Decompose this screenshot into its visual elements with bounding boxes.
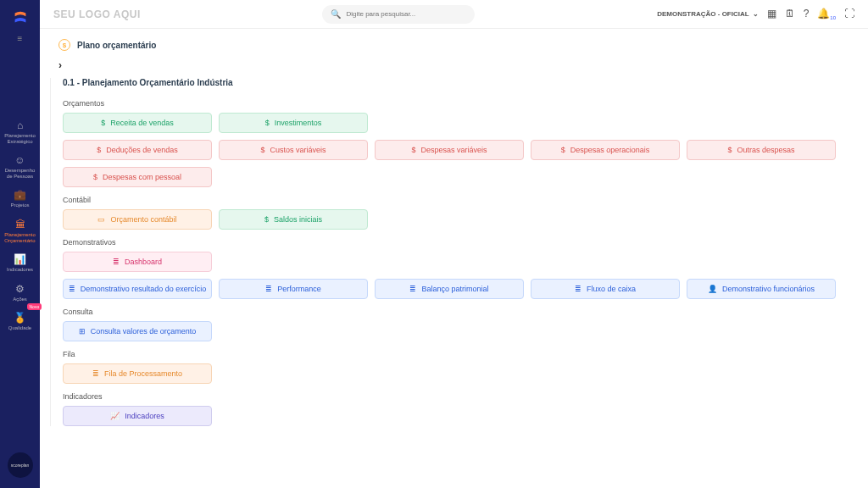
page-badge-icon: $ [58,39,70,51]
chip-balanco-patrimonial[interactable]: ≣Balanço patrimonial [375,279,524,299]
chip-indicadores[interactable]: 📈Indicadores [63,406,212,426]
bank-icon: 🏛 [2,219,38,230]
group-label-indicadores: Indicadores [63,392,849,401]
bell-icon[interactable]: 🔔10 [817,8,836,20]
collapse-toggle[interactable]: › [58,59,849,71]
sidebar-item-acoes[interactable]: ⚙Ações [0,278,40,308]
chip-demonstrativo-funcionarios[interactable]: 👤Demonstrativo funcionários [687,279,836,299]
dollar-icon: $ [727,146,732,154]
group-label-orcamentos: Orçamentos [63,99,849,108]
chart-icon: 📊 [2,253,38,265]
chart-line-icon: 📈 [110,412,120,420]
context-dropdown[interactable]: DEMONSTRAÇÃO - OFICIAL⌄ [657,10,758,18]
chip-despesas-operacionais[interactable]: $Despesas operacionais [531,140,680,160]
new-badge: Novo [27,303,42,310]
header-logo-text: SEU LOGO AQUI [53,8,141,20]
chip-orcamento-contabil[interactable]: ▭Orçamento contábil [63,209,212,230]
section-title: 0.1 - Planejamento Orçamentário Indústri… [63,78,849,87]
header: SEU LOGO AQUI 🔍 DEMONSTRAÇÃO - OFICIAL⌄ … [40,0,868,29]
dollar-icon: $ [265,119,270,127]
notification-count: 10 [830,15,836,20]
ledger-icon: ▭ [97,215,105,224]
chip-fluxo-caixa[interactable]: ≣Fluxo de caixa [531,279,680,299]
sidebar-item-qualidade[interactable]: Novo🏅Qualidade [0,307,40,336]
sidebar-item-planejamento-estrategico[interactable]: ⌂Planejamento Estratégico [0,114,40,149]
sidebar-toggle-icon[interactable]: ≡ [0,30,40,47]
people-icon: ☺ [2,154,38,166]
list-icon: ≣ [113,258,120,266]
sidebar-item-projetos[interactable]: 💼Projetos [0,184,40,214]
chip-consulta-valores[interactable]: ⊞Consulta valores de orçamento [63,321,212,341]
sidebar-item-planejamento-orcamentario[interactable]: 🏛Planejamento Orçamentário [0,214,40,248]
list-icon: ≣ [92,369,99,378]
group-label-demonstrativos: Demonstrativos [63,238,849,247]
chip-performance[interactable]: ≣Performance [219,279,368,299]
chip-fila-processamento[interactable]: ≣Fila de Processamento [63,363,212,384]
table-icon: ⊞ [79,327,86,336]
calendar-icon[interactable]: 🗓 [785,8,795,19]
sliders-icon: ⚙ [2,283,38,295]
sidebar-item-desempenho-pessoas[interactable]: ☺Desempenho de Pessoas [0,149,40,184]
briefcase-icon: 💼 [2,189,38,201]
chip-demonstrativo-resultado[interactable]: ≣Demonstrativo resultado do exercício [63,279,212,299]
dollar-icon: $ [260,146,264,154]
chip-despesas-variaveis[interactable]: $Despesas variáveis [375,140,524,160]
main-content: $ Plano orçamentário › 0.1 - Planejament… [40,29,868,488]
search-input[interactable] [346,10,466,18]
dollar-icon: $ [264,215,269,224]
group-label-contabil: Contábil [63,196,849,204]
chip-investimentos[interactable]: $Investimentos [219,113,368,133]
fullscreen-icon[interactable]: ⛶ [844,8,854,19]
sidebar-footer-logo: scoreplan [8,452,33,478]
chip-saldos-iniciais[interactable]: $Saldos iniciais [219,209,368,230]
app-logo-icon [11,8,30,27]
chip-despesas-pessoal[interactable]: $Despesas com pessoal [63,167,212,187]
dollar-icon: $ [101,119,105,127]
dollar-icon: $ [97,146,101,154]
group-label-fila: Fila [63,350,849,358]
medal-icon: 🏅 [2,312,38,324]
list-icon: ≣ [69,285,75,293]
list-icon: ≣ [265,285,272,293]
chip-custos-variaveis[interactable]: $Custos variáveis [219,140,368,160]
help-icon[interactable]: ? [804,8,810,19]
search-box[interactable]: 🔍 [322,5,475,24]
chip-receita-vendas[interactable]: $Receita de vendas [63,113,212,133]
chevron-down-icon: ⌄ [753,10,759,18]
home-icon: ⌂ [2,119,38,131]
list-icon: ≣ [409,285,416,293]
group-label-consulta: Consulta [63,308,849,316]
sidebar: ≡ ⌂Planejamento Estratégico ☺Desempenho … [0,0,40,488]
grid-icon[interactable]: ▦ [767,8,776,19]
dollar-icon: $ [411,146,415,154]
chip-dashboard[interactable]: ≣Dashboard [63,252,212,272]
dollar-icon: $ [561,146,565,154]
person-icon: 👤 [708,285,717,293]
dollar-icon: $ [93,173,97,181]
sidebar-item-indicadores[interactable]: 📊Indicadores [0,248,40,278]
chip-deducoes-vendas[interactable]: $Deduções de vendas [63,140,212,160]
search-icon: 🔍 [331,9,341,19]
chip-outras-despesas[interactable]: $Outras despesas [687,140,836,160]
page-title: Plano orçamentário [77,41,156,50]
list-icon: ≣ [575,285,581,293]
